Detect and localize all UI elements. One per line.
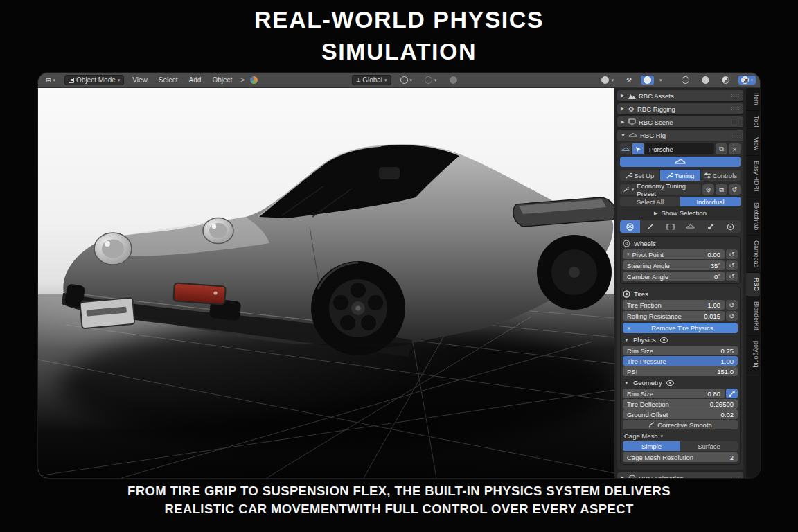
drag-grip-icon[interactable]: ∷∷ <box>732 132 740 139</box>
drag-grip-icon[interactable]: ∷∷ <box>732 93 740 99</box>
shading-wireframe-button[interactable] <box>678 76 693 85</box>
icontab-drivetrain[interactable] <box>700 220 720 233</box>
duplicate-rig-button[interactable]: ⧉ <box>716 143 727 154</box>
tab-sketchfab[interactable]: Sketchfab <box>746 197 760 236</box>
shading-rendered-button[interactable]: ▾ <box>738 76 756 85</box>
tab-polygoniq[interactable]: polygoniq <box>746 336 760 373</box>
tools-icon <box>626 172 632 179</box>
remove-tire-physics-button[interactable]: × Remove Tire Physics <box>623 323 738 333</box>
wheel-icon <box>626 223 634 231</box>
reset-pivot-button[interactable]: ↺ <box>726 249 738 259</box>
visibility-dropdown[interactable]: ▾ <box>598 76 617 85</box>
preset-settings-button[interactable]: ⚙ <box>702 184 714 195</box>
menu-object[interactable]: Object <box>209 76 235 84</box>
cage-surface-button[interactable]: Surface <box>680 441 738 451</box>
icontab-brakes[interactable] <box>640 220 660 233</box>
psi-field[interactable]: PSI 151.0 <box>623 366 738 376</box>
button-label: Surface <box>698 443 720 450</box>
cage-resolution-field[interactable]: Cage Mesh Resolution 2 <box>623 452 738 462</box>
tab-blenderkit[interactable]: BlenderKit <box>746 296 760 336</box>
preset-copy-button[interactable]: ⧉ <box>716 184 727 195</box>
icontab-body[interactable] <box>680 220 700 233</box>
subsection-title: Physics <box>633 336 656 344</box>
icontab-wheels[interactable] <box>620 220 640 233</box>
rig-select-button[interactable] <box>632 143 644 154</box>
proportional-editing-button[interactable] <box>446 76 461 85</box>
undo-icon: ↺ <box>729 273 734 281</box>
wheels-group: Wheels ▾ Pivot Point 0.00 ↺ Steering Ang… <box>620 236 741 284</box>
tab-tool[interactable]: Tool <box>746 111 760 133</box>
pivot-point-button[interactable]: ▾ <box>397 76 416 85</box>
icontab-steering[interactable] <box>720 220 741 233</box>
button-label: Corrective Smooth <box>657 421 712 429</box>
preset-reset-button[interactable]: ↺ <box>729 184 741 195</box>
physics-subsection-header[interactable]: ▼ Physics <box>624 335 738 344</box>
snapping-button[interactable]: ▾ <box>421 76 441 85</box>
transform-orientation-select[interactable]: ⟂ Global ▾ <box>352 75 391 85</box>
tab-easy-hdri[interactable]: Easy HDRI <box>746 156 760 197</box>
field-value: 0.00 <box>708 251 721 258</box>
rig-car-button[interactable] <box>620 143 631 154</box>
steering-angle-field[interactable]: Steering Angle 35° <box>623 260 725 270</box>
eye-icon[interactable] <box>660 337 668 343</box>
viewport-3d[interactable] <box>38 88 614 478</box>
tab-item[interactable]: Item <box>746 88 760 111</box>
tab-controls[interactable]: Controls <box>701 170 741 181</box>
proportional-editing-icon <box>450 76 457 84</box>
tab-view[interactable]: View <box>746 132 760 156</box>
car-render <box>38 88 614 478</box>
section-rbc-assets[interactable]: ▶ RBC Assets ∷∷ <box>617 90 743 101</box>
ground-offset-field[interactable]: Ground Offset 0.02 <box>623 409 738 419</box>
section-rbc-rigging[interactable]: ▶ ⚙ RBC Rigging ∷∷ <box>617 103 743 114</box>
icontab-suspension[interactable] <box>660 220 680 233</box>
geometry-rim-size-field[interactable]: Rim Size 0.80 <box>623 389 725 398</box>
tire-deflection-field[interactable]: Tire Deflection 0.26500 <box>623 399 738 409</box>
show-selection-toggle[interactable]: ▶ Show Selection <box>620 209 741 218</box>
physics-rim-size-field[interactable]: Rim Size 0.75 <box>623 346 738 355</box>
individual-button[interactable]: Individual <box>680 197 741 206</box>
eye-icon[interactable] <box>666 380 674 386</box>
overlays-toggle[interactable] <box>641 76 654 85</box>
tab-set-up[interactable]: Set Up <box>620 170 659 181</box>
tab-rbc[interactable]: RBC <box>746 273 760 296</box>
rolling-resistance-field[interactable]: Rolling Resistance 0.015 <box>623 311 725 321</box>
camber-angle-field[interactable]: Camber Angle 0° <box>623 272 725 281</box>
reset-rolling-button[interactable]: ↺ <box>726 311 738 321</box>
gizmos-button[interactable]: ⚒ <box>623 76 635 85</box>
menu-add[interactable]: Add <box>186 76 204 84</box>
shading-material-button[interactable] <box>718 76 733 85</box>
menu-view[interactable]: View <box>130 76 150 84</box>
reset-camber-button[interactable]: ↺ <box>726 272 738 281</box>
mode-select[interactable]: Object Mode ▾ <box>64 75 124 85</box>
rig-name-field[interactable]: Porsche <box>645 143 714 154</box>
corrective-smooth-button[interactable]: Corrective Smooth <box>623 420 738 429</box>
undo-icon: ↺ <box>729 251 734 258</box>
delete-rig-button[interactable]: × <box>729 143 741 154</box>
pivot-point-field[interactable]: ▾ Pivot Point 0.00 <box>623 249 725 259</box>
tab-gamepad[interactable]: Gamepad <box>746 236 760 274</box>
section-rbc-animation[interactable]: ▶ RBC Animation ∷∷ <box>617 472 743 478</box>
tire-pressure-field[interactable]: Tire Pressure 1.00 <box>623 356 738 366</box>
driver-button[interactable] <box>726 389 738 398</box>
select-all-button[interactable]: Select All <box>620 197 680 206</box>
geometry-subsection-header[interactable]: ▼ Geometry <box>624 378 738 387</box>
chevron-down-icon: ▾ <box>627 251 630 257</box>
tire-friction-field[interactable]: Tire Friction 1.00 <box>623 300 725 310</box>
menu-select[interactable]: Select <box>156 76 181 84</box>
drag-grip-icon[interactable]: ∷∷ <box>732 119 740 125</box>
assets-icon <box>628 93 636 99</box>
reset-friction-button[interactable]: ↺ <box>726 300 738 310</box>
editor-type-button[interactable]: ⊞ ▾ <box>42 76 59 85</box>
drag-grip-icon[interactable]: ∷∷ <box>732 475 740 479</box>
section-rbc-rig[interactable]: ▼ RBC Rig ∷∷ <box>617 130 743 141</box>
cage-simple-button[interactable]: Simple <box>623 441 680 451</box>
tuning-preset-select[interactable]: ▾ Economy Tuning Preset <box>620 184 701 195</box>
reset-steering-button[interactable]: ↺ <box>726 260 738 270</box>
collapse-arrow-icon: ▶ <box>654 211 657 216</box>
select-car-button[interactable] <box>620 157 741 167</box>
section-rbc-scene[interactable]: ▶ RBC Scene ∷∷ <box>617 116 743 127</box>
tab-tuning[interactable]: Tuning <box>660 170 700 181</box>
shading-solid-button[interactable] <box>698 76 713 85</box>
linkage-icon <box>707 223 714 230</box>
drag-grip-icon[interactable]: ∷∷ <box>732 106 740 112</box>
